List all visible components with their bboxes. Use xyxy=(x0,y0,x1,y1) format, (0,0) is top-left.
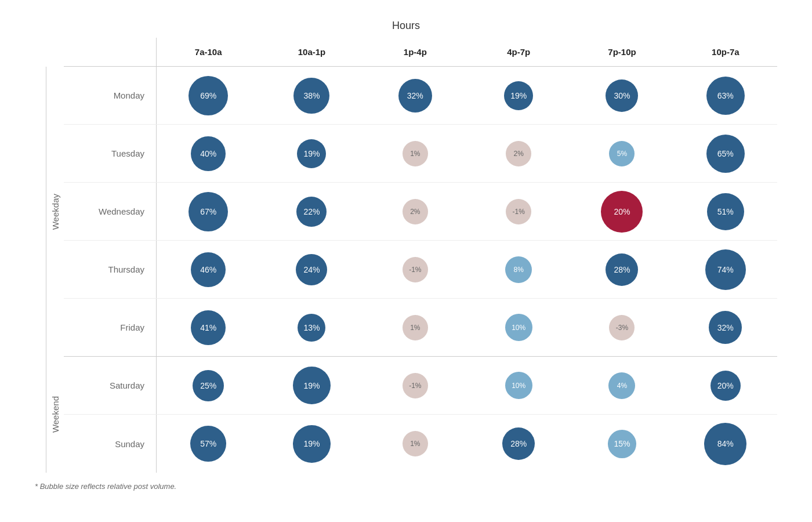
bubble-wednesday-3: -1% xyxy=(506,199,531,224)
cell-thursday-1: 24% xyxy=(260,241,363,298)
cell-friday-2: 1% xyxy=(364,299,467,356)
bubble-friday-0: 41% xyxy=(191,310,226,345)
cell-thursday-0: 46% xyxy=(157,241,260,298)
bubble-monday-2: 32% xyxy=(398,79,432,113)
cell-wednesday-3: -1% xyxy=(467,183,570,240)
cell-wednesday-5: 51% xyxy=(674,183,777,240)
col-header-0: 7a-10a xyxy=(157,38,260,66)
cell-wednesday-4: 20% xyxy=(570,183,673,240)
bubble-saturday-2: -1% xyxy=(403,373,428,398)
cell-monday-5: 63% xyxy=(674,67,777,124)
bubble-monday-3: 19% xyxy=(504,81,533,110)
chart-container: Hours Weekday Weekend xyxy=(17,8,795,514)
bubble-thursday-0: 46% xyxy=(191,252,226,287)
cell-tuesday-3: 2% xyxy=(467,125,570,182)
cell-saturday-5: 20% xyxy=(674,357,777,414)
bubble-sunday-0: 57% xyxy=(190,426,226,462)
bubble-sunday-1: 19% xyxy=(293,425,331,463)
data-row-tuesday: Tuesday40%19%1%2%5%65% xyxy=(64,125,777,183)
bubble-saturday-3: 10% xyxy=(505,372,532,399)
day-label-saturday: Saturday xyxy=(64,357,157,414)
cell-saturday-3: 10% xyxy=(467,357,570,414)
chart-title: Hours xyxy=(35,20,777,32)
bubble-saturday-5: 20% xyxy=(710,371,741,401)
data-rows: Monday69%38%32%19%30%63%Tuesday40%19%1%2… xyxy=(64,67,777,473)
bubble-sunday-3: 28% xyxy=(502,427,535,460)
cell-tuesday-1: 19% xyxy=(260,125,363,182)
bubble-tuesday-1: 19% xyxy=(297,139,326,168)
cell-wednesday-0: 67% xyxy=(157,183,260,240)
col-header-2: 1p-4p xyxy=(364,38,467,66)
cell-sunday-1: 19% xyxy=(260,415,363,473)
bubble-tuesday-2: 1% xyxy=(403,141,428,166)
bubble-saturday-0: 25% xyxy=(193,370,224,401)
data-row-wednesday: Wednesday67%22%2%-1%20%51% xyxy=(64,183,777,241)
bubble-friday-1: 13% xyxy=(298,314,325,342)
cell-saturday-4: 4% xyxy=(570,357,673,414)
cell-tuesday-4: 5% xyxy=(570,125,673,182)
day-label-thursday: Thursday xyxy=(64,241,157,298)
bubble-friday-4: -3% xyxy=(609,315,635,340)
col-header-4: 7p-10p xyxy=(570,38,673,66)
data-row-saturday: Saturday25%19%-1%10%4%20% xyxy=(64,357,777,415)
cell-thursday-5: 74% xyxy=(674,241,777,298)
cell-sunday-4: 15% xyxy=(570,415,673,473)
bubble-saturday-4: 4% xyxy=(608,372,635,399)
bubble-wednesday-0: 67% xyxy=(188,192,228,231)
bubble-sunday-5: 84% xyxy=(704,423,746,465)
bubble-monday-5: 63% xyxy=(706,77,745,115)
cell-sunday-5: 84% xyxy=(674,415,777,473)
col-header-1: 10a-1p xyxy=(260,38,363,66)
col-header-5: 10p-7a xyxy=(674,38,777,66)
day-label-wednesday: Wednesday xyxy=(64,183,157,240)
bubble-friday-5: 32% xyxy=(709,311,742,344)
bubble-wednesday-2: 2% xyxy=(403,199,428,224)
bubble-tuesday-0: 40% xyxy=(191,136,226,171)
cell-friday-4: -3% xyxy=(570,299,673,356)
bubble-sunday-4: 15% xyxy=(608,430,636,458)
bubble-tuesday-3: 2% xyxy=(506,141,531,166)
cell-thursday-2: -1% xyxy=(364,241,467,298)
bubble-thursday-5: 74% xyxy=(705,249,746,290)
cell-saturday-2: -1% xyxy=(364,357,467,414)
cell-tuesday-5: 65% xyxy=(674,125,777,182)
cell-wednesday-1: 22% xyxy=(260,183,363,240)
cell-friday-0: 41% xyxy=(157,299,260,356)
cell-monday-1: 38% xyxy=(260,67,363,124)
cell-thursday-4: 28% xyxy=(570,241,673,298)
cell-sunday-3: 28% xyxy=(467,415,570,473)
cell-tuesday-0: 40% xyxy=(157,125,260,182)
bubble-thursday-3: 8% xyxy=(505,256,532,283)
bubble-monday-1: 38% xyxy=(293,78,329,114)
day-label-tuesday: Tuesday xyxy=(64,125,157,182)
col-header-3: 4p-7p xyxy=(467,38,570,66)
cell-friday-5: 32% xyxy=(674,299,777,356)
cell-tuesday-2: 1% xyxy=(364,125,467,182)
cell-monday-4: 30% xyxy=(570,67,673,124)
bubble-saturday-1: 19% xyxy=(293,367,331,404)
cell-thursday-3: 8% xyxy=(467,241,570,298)
cell-monday-0: 69% xyxy=(157,67,260,124)
bubble-monday-4: 30% xyxy=(606,79,638,112)
cell-sunday-0: 57% xyxy=(157,415,260,473)
bubble-monday-0: 69% xyxy=(188,76,228,115)
main-grid: 7a-10a 10a-1p 1p-4p 4p-7p 7p-10p 10p-7a … xyxy=(64,38,777,473)
footnote: * Bubble size reflects relative post vol… xyxy=(35,482,777,491)
bubble-wednesday-1: 22% xyxy=(296,197,327,227)
cell-friday-1: 13% xyxy=(260,299,363,356)
weekend-label: Weekend xyxy=(50,396,60,433)
cell-monday-3: 19% xyxy=(467,67,570,124)
weekday-label: Weekday xyxy=(50,194,60,230)
bubble-tuesday-4: 5% xyxy=(609,141,635,166)
bubble-wednesday-5: 51% xyxy=(707,193,744,230)
bubble-thursday-1: 24% xyxy=(296,254,327,285)
bubble-thursday-2: -1% xyxy=(403,257,428,282)
cell-saturday-0: 25% xyxy=(157,357,260,414)
day-label-friday: Friday xyxy=(64,299,157,356)
data-row-thursday: Thursday46%24%-1%8%28%74% xyxy=(64,241,777,299)
cell-wednesday-2: 2% xyxy=(364,183,467,240)
bubble-friday-3: 10% xyxy=(505,314,532,341)
data-row-friday: Friday41%13%1%10%-3%32% xyxy=(64,299,777,357)
bubble-friday-2: 1% xyxy=(403,315,428,340)
cell-friday-3: 10% xyxy=(467,299,570,356)
